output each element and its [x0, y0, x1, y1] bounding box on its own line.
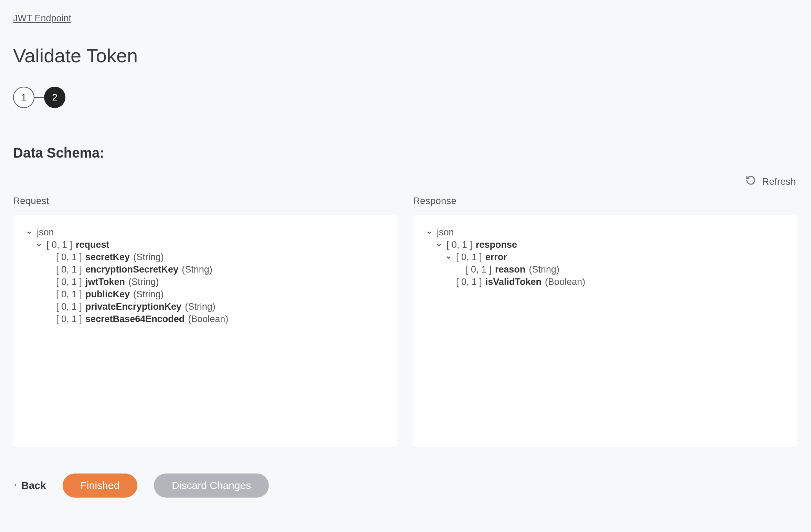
cardinality-label: [ 0, 1 ] — [56, 289, 82, 300]
wizard-footer: Back Finished Discard Changes — [13, 474, 798, 498]
field-type: (String) — [529, 264, 560, 275]
spacer — [444, 278, 453, 286]
field-type: (Boolean) — [188, 314, 228, 324]
cardinality-label: [ 0, 1 ] — [446, 240, 472, 250]
field-name: isValidToken — [485, 277, 541, 287]
chevron-down-icon — [25, 228, 33, 237]
cardinality-label: [ 0, 1 ] — [56, 277, 82, 287]
chevron-left-icon — [13, 480, 18, 491]
field-type: (Boolean) — [545, 277, 585, 287]
field-type: (String) — [182, 264, 212, 275]
spacer — [44, 253, 53, 262]
tree-node-field[interactable]: [ 0, 1 ]publicKey(String) — [44, 289, 386, 300]
refresh-label: Refresh — [762, 176, 796, 187]
spacer — [44, 278, 53, 286]
discard-changes-button[interactable]: Discard Changes — [154, 474, 269, 498]
back-button[interactable]: Back — [13, 480, 46, 491]
tree-node-field[interactable]: [ 0, 1 ]reason(String) — [454, 264, 786, 275]
response-column: Response json [ 0, 1 ] response [ 0, 1 — [413, 195, 798, 447]
cardinality-label: [ 0, 1 ] — [56, 252, 82, 263]
spacer — [44, 266, 53, 274]
field-type: (String) — [128, 277, 159, 287]
cardinality-label: [ 0, 1 ] — [46, 240, 72, 250]
cardinality-label: [ 0, 1 ] — [56, 301, 82, 312]
tree-node-error-group[interactable]: [ 0, 1 ] error — [444, 252, 786, 263]
request-column: Request json [ 0, 1 ] request [ 0, 1 ]se… — [13, 195, 398, 447]
tree-node-root[interactable]: json — [425, 227, 786, 238]
field-type: (String) — [133, 289, 164, 300]
tree-node-group[interactable]: [ 0, 1 ] request — [35, 240, 386, 250]
step-1[interactable]: 1 — [13, 87, 34, 108]
group-name: response — [476, 240, 517, 250]
tree-node-field[interactable]: [ 0, 1 ]isValidToken(Boolean) — [444, 277, 786, 287]
tree-root-label: json — [437, 227, 454, 238]
request-schema-panel: json [ 0, 1 ] request [ 0, 1 ]secretKey(… — [13, 215, 398, 447]
field-name: secretKey — [85, 252, 130, 263]
tree-node-root[interactable]: json — [25, 227, 386, 238]
field-name: secretBase64Encoded — [85, 314, 185, 324]
tree-node-field[interactable]: [ 0, 1 ]jwtToken(String) — [44, 277, 386, 287]
cardinality-label: [ 0, 1 ] — [56, 314, 82, 324]
field-name: jwtToken — [85, 277, 125, 287]
request-title: Request — [13, 195, 398, 206]
cardinality-label: [ 0, 1 ] — [466, 264, 492, 275]
cardinality-label: [ 0, 1 ] — [56, 264, 82, 275]
tree-node-field[interactable]: [ 0, 1 ]encryptionSecretKey(String) — [44, 264, 386, 275]
chevron-down-icon — [35, 241, 43, 249]
spacer — [44, 315, 53, 323]
spacer — [44, 303, 53, 311]
wizard-stepper: 1 2 — [13, 87, 798, 108]
tree-node-group[interactable]: [ 0, 1 ] response — [435, 240, 786, 250]
field-type: (String) — [133, 252, 164, 263]
spacer — [454, 266, 462, 274]
field-name: reason — [495, 264, 526, 275]
response-title: Response — [413, 195, 798, 206]
page-title: Validate Token — [13, 44, 798, 67]
field-type: (String) — [185, 301, 215, 312]
group-name: request — [76, 240, 109, 250]
field-name: encryptionSecretKey — [85, 264, 178, 275]
cardinality-label: [ 0, 1 ] — [456, 252, 482, 263]
tree-node-field[interactable]: [ 0, 1 ]privateEncryptionKey(String) — [44, 301, 386, 312]
group-name: error — [485, 252, 507, 263]
tree-root-label: json — [37, 227, 54, 238]
response-schema-panel: json [ 0, 1 ] response [ 0, 1 ] error [ … — [413, 215, 798, 447]
finished-button[interactable]: Finished — [63, 474, 137, 498]
field-name: privateEncryptionKey — [85, 301, 181, 312]
field-name: publicKey — [85, 289, 130, 300]
refresh-icon — [746, 175, 756, 188]
section-title-data-schema: Data Schema: — [13, 145, 798, 161]
chevron-down-icon — [444, 253, 453, 262]
refresh-button[interactable]: Refresh — [746, 175, 796, 188]
tree-node-field[interactable]: [ 0, 1 ]secretKey(String) — [44, 252, 386, 263]
spacer — [44, 290, 53, 299]
chevron-down-icon — [425, 228, 433, 237]
breadcrumb[interactable]: JWT Endpoint — [13, 13, 71, 23]
cardinality-label: [ 0, 1 ] — [456, 277, 482, 287]
chevron-down-icon — [435, 241, 443, 249]
step-2[interactable]: 2 — [44, 87, 65, 108]
back-label: Back — [21, 480, 46, 491]
step-connector — [34, 97, 44, 98]
tree-node-field[interactable]: [ 0, 1 ]secretBase64Encoded(Boolean) — [44, 314, 386, 324]
